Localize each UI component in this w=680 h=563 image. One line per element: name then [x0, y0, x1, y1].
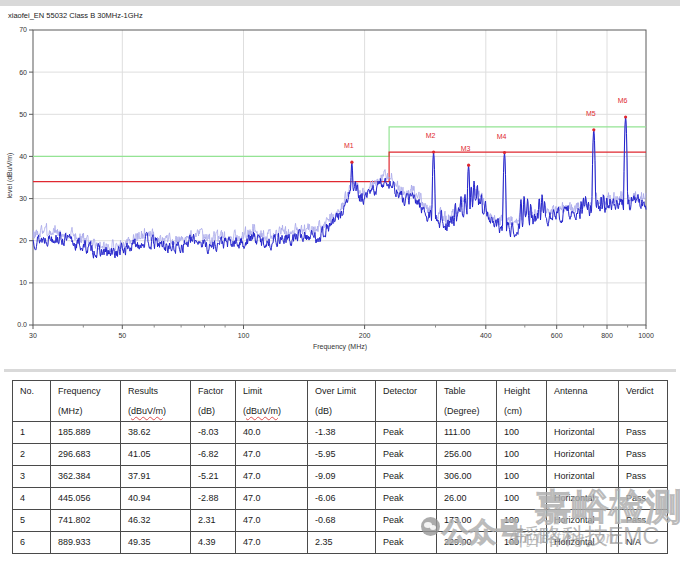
y-tick-label: 10: [19, 279, 27, 286]
table-cell: 100: [497, 488, 547, 510]
trace-main: [33, 117, 646, 258]
x-tick-label: 1000: [638, 332, 654, 339]
marker-label-M2: M2: [426, 132, 436, 139]
table-cell: 173.00: [437, 510, 497, 532]
spectrum-plot: 0.01020304050607030501002004006008001000…: [0, 0, 680, 366]
marker-label-M4: M4: [497, 133, 507, 140]
col-header: Results(dBuV/m): [121, 381, 191, 422]
col-header-name: Frequency: [58, 381, 120, 401]
y-axis-label: level (dBuV/m): [6, 101, 13, 251]
table-cell: Horizontal: [547, 466, 619, 488]
table-cell: -5.95: [308, 444, 376, 466]
table-cell: 4.39: [191, 532, 236, 554]
col-header-unit: (dBuV/m): [243, 401, 307, 421]
y-tick-label: 40: [19, 153, 27, 160]
marker-dot-M4: [503, 151, 506, 154]
col-header: Detector: [376, 381, 437, 422]
col-header-name: Height: [504, 381, 546, 401]
table-cell: -2.88: [191, 488, 236, 510]
table-cell: 100: [497, 532, 547, 554]
col-header-unit: (dB): [198, 401, 235, 421]
screenshot-root: 0.01020304050607030501002004006008001000…: [0, 0, 680, 563]
table-cell: 362.384: [51, 466, 121, 488]
table-cell: Pass: [619, 422, 668, 444]
col-header: Over Limit(dB): [308, 381, 376, 422]
col-header-unit: (dB): [315, 401, 375, 421]
table-cell: 1: [13, 422, 51, 444]
col-header: Table(Degree): [437, 381, 497, 422]
table-cell: Horizontal: [547, 532, 619, 554]
table-cell: Peak: [376, 444, 437, 466]
col-header-name: Over Limit: [315, 381, 375, 401]
table-cell: Horizontal: [547, 488, 619, 510]
y-tick-label: 0.0: [17, 321, 27, 328]
table-row: 1185.88938.62-8.0340.0-1.38Peak111.00100…: [13, 422, 668, 444]
table-cell: 2.35: [308, 532, 376, 554]
marker-label-M3: M3: [461, 145, 471, 152]
table-cell: -9.09: [308, 466, 376, 488]
table-cell: 229.00: [437, 532, 497, 554]
col-header: Verdict: [619, 381, 668, 422]
table-cell: Peak: [376, 422, 437, 444]
table-cell: 47.0: [236, 488, 308, 510]
col-header: Limit(dBuV/m): [236, 381, 308, 422]
table-cell: 100: [497, 444, 547, 466]
table-cell: 47.0: [236, 510, 308, 532]
chart-title: xiaofei_EN 55032 Class B 30MHz-1GHz: [8, 11, 143, 20]
table-row: 5741.80246.322.3147.0-0.68Peak173.00100H…: [13, 510, 668, 532]
col-header-unit: (cm): [504, 401, 546, 421]
table-cell: 100: [497, 422, 547, 444]
results-table: No.Frequency(MHz)Results(dBuV/m)Factor(d…: [12, 380, 668, 554]
table-cell: 40.0: [236, 422, 308, 444]
table-cell: -1.38: [308, 422, 376, 444]
x-tick-label: 200: [359, 332, 371, 339]
marker-dot-M6: [624, 115, 627, 118]
table-cell: 37.91: [121, 466, 191, 488]
table-cell: Peak: [376, 488, 437, 510]
col-header-unit: (dBuV/m): [128, 401, 190, 421]
col-header-unit: [554, 401, 618, 421]
col-header-unit: [383, 401, 436, 421]
col-header: Antenna: [547, 381, 619, 422]
table-cell: Pass: [619, 488, 668, 510]
marker-label-M6: M6: [618, 97, 628, 104]
table-cell: 6: [13, 532, 51, 554]
col-header: Factor(dB): [191, 381, 236, 422]
table-cell: -8.03: [191, 422, 236, 444]
table-cell: 2.31: [191, 510, 236, 532]
table-cell: 4: [13, 488, 51, 510]
table-cell: 26.00: [437, 488, 497, 510]
table-cell: 47.0: [236, 532, 308, 554]
y-tick-label: 20: [19, 237, 27, 244]
table-cell: 445.056: [51, 488, 121, 510]
table-cell: 2: [13, 444, 51, 466]
plot-border: [33, 30, 646, 325]
col-header-unit: [20, 401, 50, 421]
table-cell: -6.06: [308, 488, 376, 510]
table-cell: 40.94: [121, 488, 191, 510]
table-cell: 5: [13, 510, 51, 532]
col-header-name: Table: [444, 381, 496, 401]
table-cell: 741.802: [51, 510, 121, 532]
table-cell: 38.62: [121, 422, 191, 444]
col-header-name: Antenna: [554, 381, 618, 401]
col-header: No.: [13, 381, 51, 422]
table-cell: Horizontal: [547, 510, 619, 532]
table-cell: Pass: [619, 466, 668, 488]
table-cell: 185.889: [51, 422, 121, 444]
y-tick-label: 60: [19, 69, 27, 76]
marker-label-M1: M1: [344, 142, 354, 149]
col-header-unit: [626, 401, 667, 421]
x-tick-label: 600: [551, 332, 563, 339]
section-divider: [4, 369, 676, 372]
marker-dot-M5: [592, 128, 595, 131]
y-tick-label: 30: [19, 195, 27, 202]
table-cell: 296.683: [51, 444, 121, 466]
table-cell: Peak: [376, 532, 437, 554]
table-cell: Horizontal: [547, 422, 619, 444]
table-cell: -6.82: [191, 444, 236, 466]
col-header-name: Detector: [383, 381, 436, 401]
x-tick-label: 800: [601, 332, 613, 339]
marker-dot-M1: [350, 161, 353, 164]
table-header-row: No.Frequency(MHz)Results(dBuV/m)Factor(d…: [13, 381, 668, 422]
